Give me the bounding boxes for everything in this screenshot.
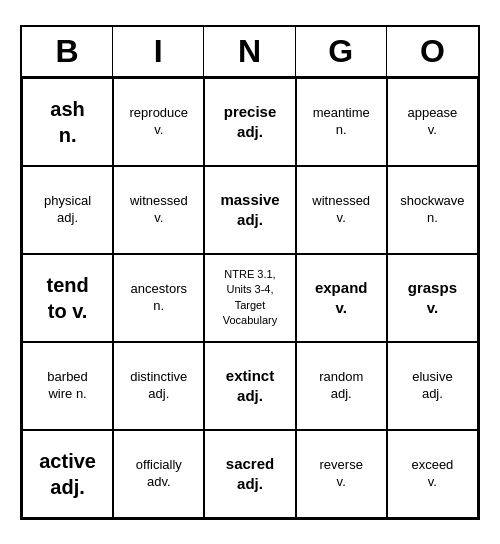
cell-text-12: NTRE 3.1, Units 3-4, Target Vocabulary — [223, 267, 277, 329]
header-letter-b: B — [22, 27, 113, 76]
bingo-grid: ash n.reproduce v.precise adj.meantime n… — [22, 78, 478, 518]
bingo-header: BINGO — [22, 27, 478, 78]
cell-text-22: sacred adj. — [226, 454, 274, 493]
cell-text-7: massive adj. — [220, 190, 279, 229]
bingo-cell-8: witnessed v. — [296, 166, 387, 254]
bingo-cell-4: appease v. — [387, 78, 478, 166]
bingo-cell-11: ancestors n. — [113, 254, 204, 342]
bingo-cell-20: active adj. — [22, 430, 113, 518]
cell-text-5: physical adj. — [44, 193, 91, 227]
cell-text-18: random adj. — [319, 369, 363, 403]
cell-text-10: tend to v. — [46, 272, 88, 324]
cell-text-2: precise adj. — [224, 102, 277, 141]
cell-text-20: active adj. — [39, 448, 96, 500]
cell-text-13: expand v. — [315, 278, 368, 317]
bingo-cell-10: tend to v. — [22, 254, 113, 342]
cell-text-8: witnessed v. — [312, 193, 370, 227]
bingo-cell-21: officially adv. — [113, 430, 204, 518]
bingo-cell-0: ash n. — [22, 78, 113, 166]
cell-text-14: grasps v. — [408, 278, 457, 317]
cell-text-9: shockwave n. — [400, 193, 464, 227]
cell-text-4: appease v. — [407, 105, 457, 139]
bingo-cell-23: reverse v. — [296, 430, 387, 518]
cell-text-16: distinctive adj. — [130, 369, 187, 403]
bingo-cell-17: extinct adj. — [204, 342, 295, 430]
header-letter-g: G — [296, 27, 387, 76]
bingo-cell-16: distinctive adj. — [113, 342, 204, 430]
cell-text-3: meantime n. — [313, 105, 370, 139]
bingo-cell-6: witnessed v. — [113, 166, 204, 254]
bingo-cell-2: precise adj. — [204, 78, 295, 166]
cell-text-15: barbed wire n. — [47, 369, 87, 403]
bingo-cell-3: meantime n. — [296, 78, 387, 166]
cell-text-21: officially adv. — [136, 457, 182, 491]
header-letter-o: O — [387, 27, 478, 76]
bingo-cell-24: exceed v. — [387, 430, 478, 518]
bingo-cell-5: physical adj. — [22, 166, 113, 254]
bingo-cell-13: expand v. — [296, 254, 387, 342]
cell-text-1: reproduce v. — [130, 105, 189, 139]
cell-text-19: elusive adj. — [412, 369, 452, 403]
bingo-cell-7: massive adj. — [204, 166, 295, 254]
cell-text-6: witnessed v. — [130, 193, 188, 227]
header-letter-n: N — [204, 27, 295, 76]
bingo-cell-14: grasps v. — [387, 254, 478, 342]
cell-text-11: ancestors n. — [131, 281, 187, 315]
bingo-cell-1: reproduce v. — [113, 78, 204, 166]
bingo-cell-12: NTRE 3.1, Units 3-4, Target Vocabulary — [204, 254, 295, 342]
header-letter-i: I — [113, 27, 204, 76]
bingo-cell-15: barbed wire n. — [22, 342, 113, 430]
cell-text-17: extinct adj. — [226, 366, 274, 405]
bingo-cell-18: random adj. — [296, 342, 387, 430]
cell-text-0: ash n. — [50, 96, 84, 148]
cell-text-24: exceed v. — [411, 457, 453, 491]
cell-text-23: reverse v. — [320, 457, 363, 491]
bingo-cell-19: elusive adj. — [387, 342, 478, 430]
bingo-cell-22: sacred adj. — [204, 430, 295, 518]
bingo-card: BINGO ash n.reproduce v.precise adj.mean… — [20, 25, 480, 520]
bingo-cell-9: shockwave n. — [387, 166, 478, 254]
